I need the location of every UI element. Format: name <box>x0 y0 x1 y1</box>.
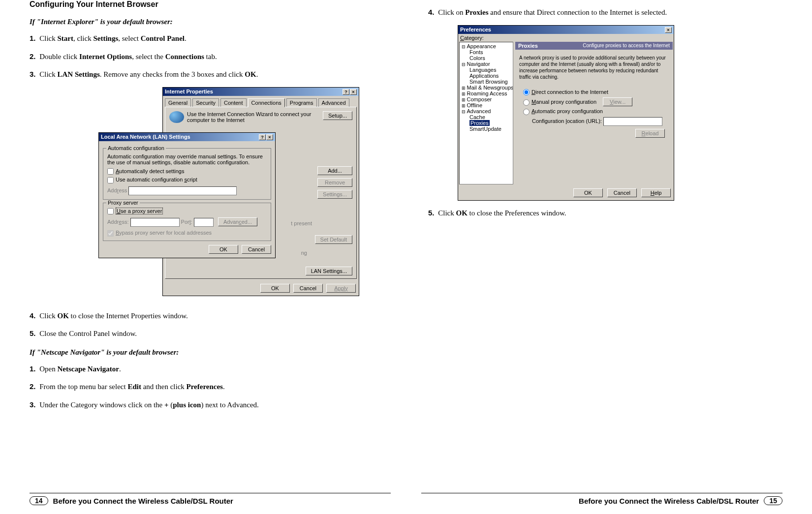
proxy-address-input[interactable] <box>130 218 180 227</box>
ok-button[interactable]: OK <box>209 245 238 254</box>
cancel-button[interactable]: Cancel <box>242 245 271 254</box>
auto-detect-checkbox[interactable] <box>107 168 114 175</box>
settings-button[interactable]: Settings... <box>317 190 352 199</box>
proxy-port-label: Port: <box>181 219 192 225</box>
tree-smartupdate[interactable]: SmartUpdate <box>461 126 512 132</box>
bold-text: Edit <box>127 383 141 391</box>
proxy-port-input[interactable] <box>194 218 214 227</box>
step-number: 5. <box>428 209 435 217</box>
footer-text-right: Before you Connect the Wireless Cable/DS… <box>579 497 759 505</box>
add-button[interactable]: Add... <box>317 166 352 175</box>
url-input[interactable] <box>603 117 662 126</box>
category-tree[interactable]: Appearance Fonts Colors Navigator Langua… <box>459 42 513 184</box>
address-input[interactable] <box>128 186 237 195</box>
tab-content[interactable]: Content <box>220 98 247 107</box>
radio-label: utomatic proxy configuration <box>535 108 603 114</box>
help-icon[interactable]: ? <box>343 89 349 95</box>
text: and then click <box>141 383 187 391</box>
apply-button[interactable]: Apply <box>334 285 348 291</box>
tab-security[interactable]: Security <box>192 98 219 107</box>
tree-proxies[interactable]: Proxies <box>461 120 512 126</box>
proxy-address-label: Address: <box>107 219 128 225</box>
tree-roaming[interactable]: Roaming Access <box>461 91 512 96</box>
checkbox-label: utomatically detect settings <box>119 168 184 174</box>
group-description: Automatic configuration may override man… <box>107 153 267 165</box>
advanced-button[interactable]: Advanced... <box>218 217 257 226</box>
close-icon[interactable]: × <box>665 27 672 33</box>
text: to close the Internet Properties window. <box>69 312 188 320</box>
step-number: 2. <box>30 52 36 60</box>
manual-proxy-radio[interactable] <box>523 99 530 106</box>
ok-button[interactable]: OK <box>573 188 603 197</box>
auto-script-checkbox[interactable] <box>107 177 114 183</box>
tree-smart-browsing[interactable]: Smart Browsing <box>461 79 512 85</box>
text: . <box>223 383 225 391</box>
step-number: 1. <box>30 364 36 373</box>
ns-subheading: If "Netscape Navigator" is your default … <box>30 348 384 357</box>
dialog-title: Preferences <box>460 27 491 32</box>
direct-connection-radio[interactable] <box>523 89 530 95</box>
use-proxy-checkbox[interactable] <box>107 208 114 214</box>
page-number-right: 15 <box>764 496 782 505</box>
radio-label: irect connection to the Internet <box>535 89 608 95</box>
tree-composer[interactable]: Composer <box>461 96 512 102</box>
text: , select <box>118 34 140 42</box>
step-number: 2. <box>30 382 36 391</box>
pref-header: Proxies Configure proxies to access the … <box>515 42 673 50</box>
ok-button[interactable]: OK <box>260 284 290 293</box>
text: . <box>185 34 187 42</box>
tab-advanced[interactable]: Advanced <box>318 98 349 107</box>
cancel-button[interactable]: Cancel <box>293 284 323 293</box>
auto-config-group: Automatic configuration Automatic config… <box>103 148 271 200</box>
tree-colors[interactable]: Colors <box>461 55 512 61</box>
bold-text: OK <box>245 70 256 78</box>
tab-connections[interactable]: Connections <box>248 98 285 107</box>
text: . Remove any checks from the 3 boxes and… <box>100 70 245 78</box>
help-icon[interactable]: ? <box>259 134 266 140</box>
ns-step-4: 4. Click on Proxies and ensure that Dire… <box>428 7 782 18</box>
tree-navigator[interactable]: Navigator <box>461 61 512 67</box>
tree-advanced[interactable]: Advanced <box>461 108 512 114</box>
group-title: Automatic configuration <box>106 145 166 151</box>
text: ) next to Advanced. <box>201 401 258 409</box>
text: Click <box>39 70 57 78</box>
tree-offline[interactable]: Offline <box>461 102 512 108</box>
ie-step-2: 2. Double click Internet Options, select… <box>30 51 384 62</box>
bold-text: Connections <box>165 53 204 60</box>
bold-text: plus icon <box>173 401 201 409</box>
setup-button[interactable]: Setup... <box>323 111 352 120</box>
help-button[interactable]: Help <box>641 188 671 197</box>
tab-row: General Security Content Connections Pro… <box>163 96 359 107</box>
step-number: 5. <box>30 329 36 337</box>
tree-languages[interactable]: Languages <box>461 67 512 73</box>
text: From the top menu bar select <box>39 383 127 391</box>
close-icon[interactable]: × <box>350 89 357 95</box>
url-label: Configuration location (URL): <box>532 118 602 124</box>
pref-header-title: Proxies <box>518 43 538 49</box>
tree-cache[interactable]: Cache <box>461 114 512 120</box>
bold-text: Preferences <box>187 383 223 391</box>
tree-fonts[interactable]: Fonts <box>461 49 512 55</box>
tab-general[interactable]: General <box>165 98 191 107</box>
pref-header-desc: Configure proxies to access the Internet <box>583 43 670 49</box>
cancel-button[interactable]: Cancel <box>607 188 637 197</box>
ie-step-5: 5. Close the Control Panel window. <box>30 328 384 339</box>
tree-mail[interactable]: Mail & Newsgroups <box>461 85 512 91</box>
text: ( <box>169 401 173 409</box>
view-button[interactable]: View... <box>603 97 632 106</box>
remove-button[interactable]: Remove <box>317 178 352 187</box>
bold-text: Settings <box>93 34 118 42</box>
text: . <box>119 365 121 373</box>
reload-button[interactable]: Reload <box>635 129 665 138</box>
ie-subheading: If "Internet Explorer" is your default b… <box>30 18 384 26</box>
tab-programs[interactable]: Programs <box>286 98 317 107</box>
checkbox-label: Use a proxy server <box>116 208 163 214</box>
tree-appearance[interactable]: Appearance <box>461 43 512 49</box>
window-controls: × <box>664 27 672 33</box>
close-icon[interactable]: × <box>266 134 273 140</box>
lan-settings-button[interactable]: LAN Settings... <box>306 267 352 275</box>
globe-icon <box>169 111 184 123</box>
tree-applications[interactable]: Applications <box>461 73 512 79</box>
auto-proxy-radio[interactable] <box>523 109 530 115</box>
set-default-button[interactable]: Set Default <box>315 235 352 244</box>
